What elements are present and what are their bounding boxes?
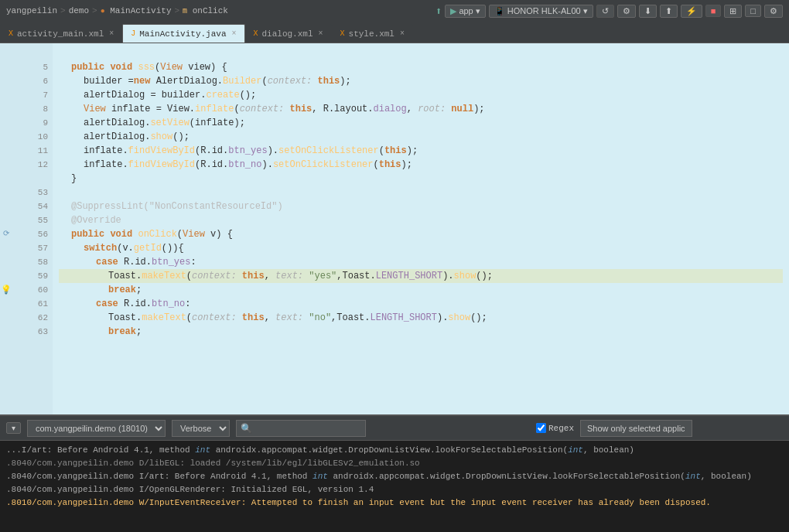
topbar: yangpeilin > demo > ● MainActivity > m o… — [0, 0, 789, 22]
toolbar-btn4[interactable]: ⚡ — [681, 5, 702, 18]
toolbar-btn3[interactable]: ⬆ — [660, 5, 678, 18]
code-line-54: @SuppressLint("NonConstantResourceId") — [59, 200, 783, 213]
breadcrumb-method: m onClick — [183, 6, 228, 15]
code-line-56: public void onClick(View v) { — [59, 227, 783, 241]
editor-tabs: X activity_main.xml × J MainActivity.jav… — [0, 22, 789, 43]
close-tab-dialog[interactable]: × — [319, 29, 323, 38]
code-line-57: switch (v.getId()){ — [59, 241, 783, 255]
tab-main-activity[interactable]: J MainActivity.java × — [122, 24, 244, 43]
gutter-cell-14: ⟳ — [3, 227, 9, 241]
search-container: 🔍 — [236, 420, 530, 437]
code-line-63: break; — [59, 325, 783, 339]
regex-checkbox[interactable] — [536, 423, 546, 433]
toolbar-btn6[interactable]: □ — [745, 5, 761, 17]
code-line-6: builder = new AlertDialog.Builder( conte… — [59, 74, 783, 88]
code-line-12: inflate.findViewById(R.id.btn_no).setOnC… — [59, 158, 783, 172]
device-select-button[interactable]: 📱 HONOR HLK-AL00 ▾ — [489, 5, 593, 18]
breadcrumb-sep1: > — [60, 6, 66, 15]
code-line-9: alertDialog.setView(inflate); — [59, 116, 783, 130]
code-editor: ⟳ 💡 5 6 7 8 9 10 11 12 53 54 55 56 57 58… — [0, 43, 789, 414]
logcat-dropdown-btn[interactable]: ▾ — [6, 422, 21, 434]
log-line-4: .8040/com.yangpeilin.demo I/OpenGLRender… — [6, 483, 783, 496]
breadcrumb-project: yangpeilin — [6, 6, 57, 15]
logcat-search-input[interactable] — [236, 420, 366, 437]
breadcrumb-sep2: > — [92, 6, 97, 15]
run-config-button[interactable]: ▶ app ▾ — [445, 5, 485, 18]
code-line-53 — [59, 186, 783, 200]
stop-button[interactable]: ■ — [705, 5, 722, 17]
bulb-icon: 💡 — [1, 283, 12, 297]
log-line-5: .8010/com.yangpeilin.demo W/InputEventRe… — [6, 496, 783, 510]
tab-style[interactable]: X style.xml × — [332, 24, 413, 43]
toolbar-btn5[interactable]: ⊞ — [724, 5, 742, 18]
code-content: public void sss(View view) { builder = n… — [53, 43, 789, 414]
code-line-10: alertDialog.show(); — [59, 130, 783, 144]
breadcrumb-module: demo — [69, 6, 89, 15]
code-line-59: Toast.makeText( context: this, text: "ye… — [59, 269, 783, 283]
xml-icon-style: X — [340, 29, 345, 38]
breadcrumb: yangpeilin > demo > ● MainActivity > m o… — [6, 6, 431, 15]
code-line-5: public void sss(View view) { — [59, 60, 783, 74]
code-line-55: @Override — [59, 213, 783, 227]
xml-icon-activity: X — [9, 29, 13, 38]
breadcrumb-sep3: > — [174, 6, 179, 15]
code-line-close1: } — [59, 172, 783, 186]
line-numbers: 5 6 7 8 9 10 11 12 53 54 55 56 57 58 59 … — [12, 43, 53, 414]
close-tab-style[interactable]: × — [400, 29, 405, 38]
regex-label[interactable]: Regex — [536, 423, 574, 433]
gutter-cell-18: 💡 — [1, 283, 12, 297]
close-tab-main-activity[interactable]: × — [231, 29, 236, 38]
level-select[interactable]: Verbose Debug Info Warn Error — [172, 420, 230, 437]
code-line-61: case R.id.btn_no: — [59, 297, 783, 311]
show-only-selected-button[interactable]: Show only selected applic — [580, 420, 692, 437]
logcat-toolbar: ▾ com.yangpeilin.demo (18010) Verbose De… — [0, 416, 789, 441]
code-line-8: View inflate = View.inflate( context: th… — [59, 102, 783, 116]
tab-dialog[interactable]: X dialog.xml × — [245, 24, 332, 43]
regex-text: Regex — [548, 424, 574, 433]
code-line-7: alertDialog = builder.create(); — [59, 88, 783, 102]
xml-icon-dialog: X — [254, 29, 258, 38]
arrow-icon: ⟳ — [3, 227, 9, 241]
log-line-2: .8040/com.yangpeilin.demo D/libEGL: load… — [6, 457, 783, 470]
tab-activity-main[interactable]: X activity_main.xml × — [0, 24, 122, 43]
navigate-icon: ⬆ — [435, 5, 442, 18]
log-line-3: .8040/com.yangpeilin.demo I/art: Before … — [6, 470, 783, 483]
code-line-60: break; — [59, 283, 783, 297]
toolbar-btn7[interactable]: ⚙ — [764, 5, 783, 18]
logcat-panel: ▾ com.yangpeilin.demo (18010) Verbose De… — [0, 414, 789, 532]
code-line-62: Toast.makeText( context: this, text: "no… — [59, 311, 783, 325]
code-line-11: inflate.findViewById(R.id.btn_yes).setOn… — [59, 144, 783, 158]
toolbar-btn2[interactable]: ⬇ — [639, 5, 657, 18]
code-line-blank1 — [59, 46, 783, 60]
java-icon-main: J — [131, 29, 135, 38]
process-select[interactable]: com.yangpeilin.demo (18010) — [27, 420, 166, 437]
close-tab-activity-main[interactable]: × — [109, 29, 114, 38]
device-dropdown-icon: ▾ — [583, 6, 588, 15]
topbar-actions: ⬆ ▶ app ▾ 📱 HONOR HLK-AL00 ▾ ↺ ⚙ ⬇ ⬆ ⚡ ■… — [435, 5, 783, 18]
toolbar-btn1[interactable]: ⚙ — [617, 5, 636, 18]
refresh-button[interactable]: ↺ — [596, 5, 614, 18]
log-line-1: ...I/art: Before Android 4.1, method int… — [6, 444, 783, 457]
logcat-output: ...I/art: Before Android 4.1, method int… — [0, 441, 789, 532]
run-config-dropdown-icon: ▾ — [476, 6, 480, 15]
code-line-58: case R.id.btn_yes: — [59, 255, 783, 269]
breadcrumb-class: ● MainActivity — [101, 6, 172, 15]
gutter-icons: ⟳ 💡 — [0, 43, 12, 414]
search-icon: 🔍 — [241, 422, 252, 434]
